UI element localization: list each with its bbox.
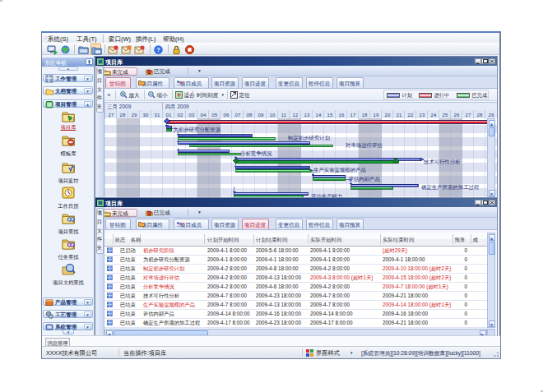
svg-text:16: 16 xyxy=(339,113,345,118)
svg-text:2009-4-2 8:00:00: 2009-4-2 8:00:00 xyxy=(207,284,247,289)
svg-text:27: 27 xyxy=(466,113,471,118)
svg-text:31: 31 xyxy=(155,113,160,118)
svg-text:2009-4-2 8:00:00: 2009-4-2 8:00:00 xyxy=(207,274,247,280)
svg-text:11: 11 xyxy=(281,113,287,118)
svg-text:制定初步研究计划: 制定初步研究计划 xyxy=(288,135,330,141)
svg-text:18: 18 xyxy=(362,113,368,118)
svg-text:分析竞争情况: 分析竞争情况 xyxy=(240,150,272,157)
svg-text:评估内部产品: 评估内部产品 xyxy=(143,311,174,317)
svg-text:2009-5-6 18:00:00: 2009-5-6 18:00:00 xyxy=(256,247,299,253)
svg-text:2009-4-8 18:00:00: 2009-4-8 18:00:00 xyxy=(256,265,299,271)
svg-text:2009-4-21 18:00:00: 2009-4-21 18:00:00 xyxy=(383,293,428,298)
svg-text:05: 05 xyxy=(212,113,218,118)
svg-text:四月 2009: 四月 2009 xyxy=(165,104,189,110)
svg-text:技术可行性分析: 技术可行性分析 xyxy=(423,159,461,164)
svg-text:2009-4-14 18:00:00 (超时1天): 2009-4-14 18:00:00 (超时1天) xyxy=(383,302,451,308)
svg-text:对市场进行评估: 对市场进行评估 xyxy=(345,142,383,149)
svg-text:2009-4-17 8:00:00: 2009-4-17 8:00:00 xyxy=(310,320,353,325)
svg-text:名称: 名称 xyxy=(131,237,142,243)
svg-text:0: 0 xyxy=(464,256,467,262)
svg-text:01: 01 xyxy=(166,113,172,118)
svg-text:2009-4-1 18:00:00: 2009-4-1 18:00:00 xyxy=(256,256,299,262)
svg-text:2009-4-17 8:00:00: 2009-4-17 8:00:00 xyxy=(207,320,250,325)
svg-text:(超时29天): (超时29天) xyxy=(383,247,407,254)
svg-text:0: 0 xyxy=(464,293,467,298)
svg-text:生产实验室规模的产品: 生产实验室规模的产品 xyxy=(143,302,195,308)
svg-text:2009-4-21 18:00:00: 2009-4-21 18:00:00 xyxy=(383,320,428,325)
svg-text:03: 03 xyxy=(189,113,195,118)
svg-text:07: 07 xyxy=(235,113,241,118)
svg-text:预算: 预算 xyxy=(455,237,466,243)
svg-text:2009-4-7 8:00:00: 2009-4-7 8:00:00 xyxy=(207,293,247,298)
svg-text:0: 0 xyxy=(464,320,467,325)
svg-text:?: ? xyxy=(156,46,160,53)
svg-text:对市场进行评估: 对市场进行评估 xyxy=(142,274,180,281)
svg-text:10: 10 xyxy=(270,113,276,118)
svg-text:29: 29 xyxy=(132,113,137,118)
svg-text:计划开始时间: 计划开始时间 xyxy=(207,237,239,243)
svg-text:2009-4-13 18:00:00: 2009-4-13 18:00:00 xyxy=(256,302,301,307)
svg-text:为初步研究分配资源: 为初步研究分配资源 xyxy=(174,127,221,133)
svg-text:已结束: 已结束 xyxy=(120,302,137,307)
svg-text:24: 24 xyxy=(431,113,437,118)
svg-text:20: 20 xyxy=(385,113,391,118)
svg-text:30: 30 xyxy=(143,113,149,118)
svg-text:12: 12 xyxy=(293,113,299,118)
svg-text:0: 0 xyxy=(464,284,467,289)
svg-text:2009-4-7 18:00:00 (超时1天): 2009-4-7 18:00:00 (超时1天) xyxy=(383,284,448,290)
svg-text:2009-4-1 8:00:00: 2009-4-1 8:00:00 xyxy=(310,256,350,262)
svg-text:生产实验室规模的产品: 生产实验室规模的产品 xyxy=(313,167,366,173)
svg-text:制定初步研究计划: 制定初步研究计划 xyxy=(143,265,184,272)
svg-text:17: 17 xyxy=(350,113,356,118)
svg-text:2009-4-3 8:00:00 (超时1天): 2009-4-3 8:00:00 (超时1天) xyxy=(310,274,373,281)
svg-text:已结束: 已结束 xyxy=(120,284,137,289)
svg-text:2009-4-2 8:00:00: 2009-4-2 8:00:00 xyxy=(310,284,350,289)
svg-text:2009-4-2 8:00:00: 2009-4-2 8:00:00 xyxy=(207,265,247,271)
svg-text:状态: 状态 xyxy=(114,237,126,242)
svg-text:2009-4-13 18:00:00: 2009-4-13 18:00:00 xyxy=(256,274,301,280)
svg-text:0: 0 xyxy=(464,311,467,316)
svg-text:已结束: 已结束 xyxy=(120,256,137,262)
svg-text:2009-4-14 8:00:00: 2009-4-14 8:00:00 xyxy=(310,311,353,316)
svg-text:02: 02 xyxy=(178,113,183,118)
svg-text:2009-4-10 18:00:00 (超时2天): 2009-4-10 18:00:00 (超时2天) xyxy=(383,265,451,272)
svg-text:技术可行性分析: 技术可行性分析 xyxy=(142,293,180,299)
svg-text:确定生产所需的加工过程: 确定生产所需的加工过程 xyxy=(421,184,480,191)
svg-text:已结束: 已结束 xyxy=(120,311,137,316)
svg-text:确定生产所需的加工过程: 确定生产所需的加工过程 xyxy=(143,320,201,326)
svg-text:2009-4-7 8:00:00: 2009-4-7 8:00:00 xyxy=(207,302,247,307)
svg-text:2009-4-1 8:00:00: 2009-4-1 8:00:00 xyxy=(207,256,247,262)
svg-text:2009-4-1 18:00:00: 2009-4-1 18:00:00 xyxy=(383,256,425,262)
svg-text:21: 21 xyxy=(397,113,402,118)
svg-text:为初步研究分配资源: 为初步研究分配资源 xyxy=(143,256,190,263)
svg-text:2009-4-7 8:00:00: 2009-4-7 8:00:00 xyxy=(310,293,350,298)
svg-text:29: 29 xyxy=(489,113,494,118)
svg-text:0: 0 xyxy=(464,302,467,307)
svg-text:0: 0 xyxy=(464,274,467,280)
svg-text:2009-4-14 8:00:00: 2009-4-14 8:00:00 xyxy=(207,311,250,316)
svg-text:06: 06 xyxy=(224,113,230,118)
svg-text:三月 2009: 三月 2009 xyxy=(107,104,132,110)
svg-text:2009-4-23 18:00:00: 2009-4-23 18:00:00 xyxy=(256,320,301,325)
svg-text:14: 14 xyxy=(316,113,322,118)
svg-text:19: 19 xyxy=(374,113,379,118)
svg-text:已启动: 已启动 xyxy=(120,247,136,254)
svg-text:初步研究阶段: 初步研究阶段 xyxy=(143,247,174,253)
svg-text:0: 0 xyxy=(464,265,467,271)
svg-text:2009-4-15 18:00:00 (超时2天): 2009-4-15 18:00:00 (超时2天) xyxy=(383,274,451,281)
svg-text:2009-4-1 8:00:00: 2009-4-1 8:00:00 xyxy=(310,247,350,253)
svg-text:13: 13 xyxy=(304,113,310,118)
svg-text:分析竞争情况: 分析竞争情况 xyxy=(143,284,174,290)
svg-text:已结束: 已结束 xyxy=(120,274,137,280)
svg-text:28: 28 xyxy=(120,113,126,118)
svg-text:2009-4-7 8:00:00: 2009-4-7 8:00:00 xyxy=(310,302,350,307)
svg-text:评估内部产品: 评估内部产品 xyxy=(349,176,380,182)
svg-text:22: 22 xyxy=(408,113,414,118)
svg-text:实际结束时间: 实际结束时间 xyxy=(383,237,414,243)
svg-text:15: 15 xyxy=(327,113,333,118)
svg-text:实际开始时间: 实际开始时间 xyxy=(310,237,341,243)
svg-text:0: 0 xyxy=(464,247,467,253)
svg-text:04: 04 xyxy=(201,113,207,118)
svg-text:23: 23 xyxy=(420,113,425,118)
svg-text:27: 27 xyxy=(109,113,114,118)
